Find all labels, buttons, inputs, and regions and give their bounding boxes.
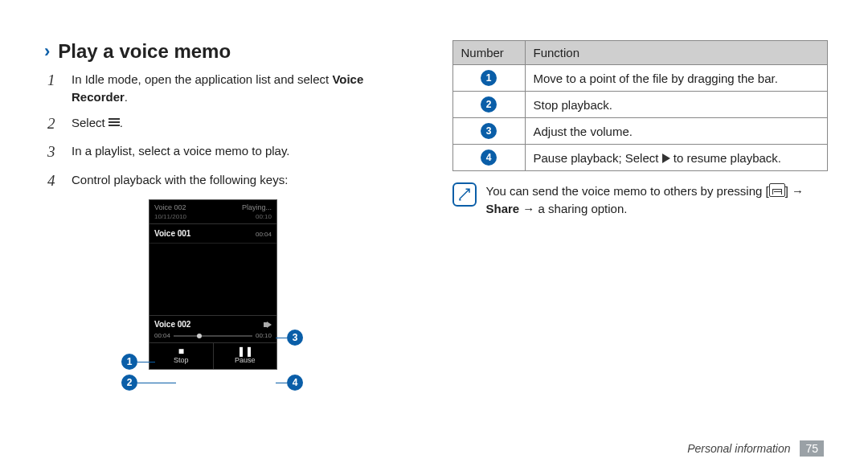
phone-header-title: Voice 002 (154, 203, 186, 211)
step-3: 3 In a playlist, select a voice memo to … (47, 141, 420, 163)
cell-number: 2 (452, 92, 525, 118)
callout-badge: 1 (121, 354, 137, 370)
step-body: In a playlist, select a voice memo to pl… (72, 141, 420, 163)
volume-icon (267, 322, 272, 328)
step-body: In Idle mode, open the application list … (72, 69, 420, 106)
table-row: 2 Stop playback. (452, 92, 828, 118)
th-number: Number (452, 41, 525, 65)
seek-track (174, 335, 252, 337)
step-text: In Idle mode, open the application list … (72, 72, 332, 86)
cell-text-post: to resume playback. (670, 151, 781, 165)
seek-elapsed: 00:04 (154, 332, 170, 339)
cell-number: 3 (452, 118, 525, 145)
callout-badge: 4 (287, 375, 303, 391)
menu-key-icon (769, 183, 785, 197)
phone-now-title: Voice 002 (154, 320, 190, 329)
table-row: 3 Adjust the volume. (452, 118, 828, 145)
phone-seek-bar: 00:04 00:10 (149, 330, 276, 342)
note-arrow: → (788, 184, 804, 198)
phone-header-duration: 00:10 (256, 213, 272, 220)
phone-now-playing: Voice 002 (149, 315, 276, 330)
step-body: Control playback with the following keys… (72, 170, 420, 192)
step-2: 2 Select . (47, 113, 420, 135)
callout-3: 3 (276, 330, 303, 346)
callout-line (276, 338, 287, 338)
chevron-icon: › (44, 41, 50, 62)
cell-function: Adjust the volume. (525, 118, 828, 145)
callout-line (137, 383, 176, 383)
stop-button: ■ Stop (149, 343, 214, 369)
step-number: 1 (47, 69, 62, 106)
phone-item-title: Voice 001 (154, 229, 190, 238)
table-header-row: Number Function (452, 41, 828, 65)
phone-header: Voice 002 Playing... (149, 200, 276, 213)
callout-1: 1 (121, 354, 155, 370)
row-badge: 3 (481, 123, 497, 139)
function-table: Number Function 1 Move to a point of the… (452, 40, 829, 171)
step-number: 4 (47, 170, 62, 192)
heading-text: Play a voice memo (58, 40, 231, 63)
note-block: You can send the voice memo to others by… (452, 182, 829, 218)
seek-total: 00:10 (256, 332, 272, 339)
th-function: Function (525, 41, 828, 65)
stop-label: Stop (174, 356, 189, 364)
step-number: 2 (47, 113, 62, 135)
step-number: 3 (47, 141, 62, 163)
pause-icon: ❚❚ (214, 346, 277, 356)
note-line2: → a sharing option. (519, 202, 627, 215)
section-heading: › Play a voice memo (44, 40, 420, 63)
cell-number: 1 (452, 65, 525, 92)
step-text: Select (72, 116, 108, 129)
callout-2: 2 (121, 375, 176, 391)
phone-screen: Voice 002 Playing... 10/11/2010 00:10 Vo… (149, 199, 277, 370)
callout-badge: 2 (121, 375, 137, 391)
cell-number: 4 (452, 145, 525, 171)
steps-list: 1 In Idle mode, open the application lis… (47, 69, 420, 191)
phone-list-empty (149, 243, 276, 315)
phone-screenshot: Voice 002 Playing... 10/11/2010 00:10 Vo… (149, 199, 309, 370)
step-text-post: . (120, 116, 123, 129)
play-icon (662, 154, 670, 163)
phone-item-duration: 00:04 (256, 231, 272, 238)
cell-function: Move to a point of the file by dragging … (525, 65, 828, 92)
step-body: Select . (72, 113, 420, 135)
row-badge: 4 (481, 149, 497, 166)
page-footer: Personal information 75 (687, 440, 824, 457)
phone-header-status: Playing... (242, 203, 272, 211)
table-row: 4 Pause playback; Select to resume playb… (452, 145, 828, 171)
phone-buttons: ■ Stop ❚❚ Pause (149, 342, 276, 369)
callout-badge: 3 (287, 330, 303, 346)
stop-icon: ■ (149, 346, 213, 356)
footer-section: Personal information (687, 442, 790, 455)
phone-subheader: 10/11/2010 00:10 (149, 213, 276, 223)
phone-list-item: Voice 001 00:04 (149, 223, 276, 243)
cell-function: Stop playback. (525, 92, 828, 118)
footer-page: 75 (800, 440, 824, 457)
step-1: 1 In Idle mode, open the application lis… (47, 69, 420, 106)
row-badge: 2 (481, 96, 497, 113)
note-icon (452, 182, 477, 207)
note-line1: You can send the voice memo to others by… (486, 184, 763, 198)
callout-line (276, 383, 287, 383)
cell-function: Pause playback; Select to resume playbac… (525, 145, 828, 171)
pause-button: ❚❚ Pause (214, 343, 277, 369)
callout-line (137, 362, 155, 362)
callout-4: 4 (276, 375, 303, 391)
phone-header-date: 10/11/2010 (154, 213, 186, 220)
step-text-post: . (125, 90, 128, 104)
row-badge: 1 (481, 70, 497, 86)
note-share: Share (486, 202, 520, 215)
list-icon (108, 118, 120, 128)
table-row: 1 Move to a point of the file by draggin… (452, 65, 828, 92)
step-4: 4 Control playback with the following ke… (47, 170, 420, 192)
note-text: You can send the voice memo to others by… (486, 182, 829, 218)
cell-text: Pause playback; Select (534, 151, 662, 165)
pause-label: Pause (235, 356, 256, 364)
